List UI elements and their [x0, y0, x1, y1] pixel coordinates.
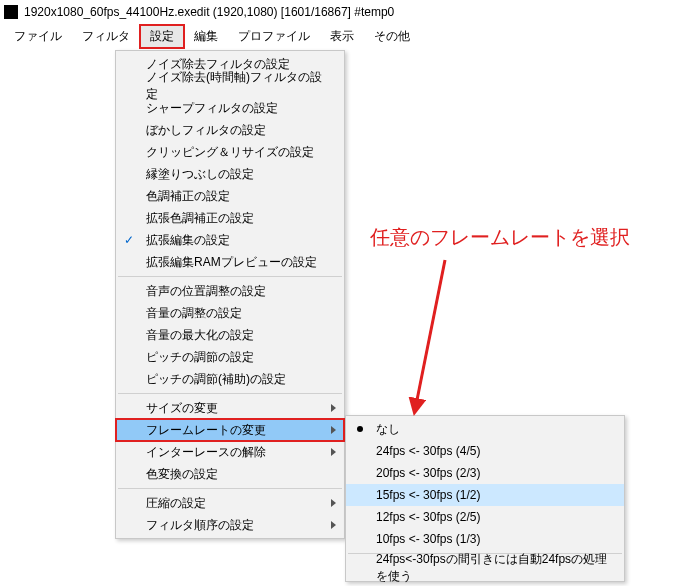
menu-view[interactable]: 表示 — [320, 25, 364, 48]
dropdown-item[interactable]: 音声の位置調整の設定 — [116, 280, 344, 302]
separator — [118, 393, 342, 394]
submenu-item[interactable]: 10fps <- 30fps (1/3) — [346, 528, 624, 550]
submenu-item-selected[interactable]: 15fps <- 30fps (1/2) — [346, 484, 624, 506]
dropdown-item[interactable]: 縁塗りつぶしの設定 — [116, 163, 344, 185]
title-text: 1920x1080_60fps_44100Hz.exedit (1920,108… — [24, 5, 394, 19]
dropdown-item[interactable]: ピッチの調節の設定 — [116, 346, 344, 368]
dropdown-item[interactable]: ピッチの調節(補助)の設定 — [116, 368, 344, 390]
title-bar: 1920x1080_60fps_44100Hz.exedit (1920,108… — [0, 0, 684, 24]
dropdown-item[interactable]: 拡張色調補正の設定 — [116, 207, 344, 229]
dropdown-item-filterorder[interactable]: フィルタ順序の設定 — [116, 514, 344, 536]
annotation-arrow — [405, 255, 455, 425]
separator — [118, 488, 342, 489]
dropdown-item[interactable]: シャープフィルタの設定 — [116, 97, 344, 119]
submenu-item-none[interactable]: なし — [346, 418, 624, 440]
annotation-text: 任意のフレームレートを選択 — [370, 224, 630, 251]
dropdown-item[interactable]: 音量の最大化の設定 — [116, 324, 344, 346]
dropdown-item-size[interactable]: サイズの変更 — [116, 397, 344, 419]
dropdown-item[interactable]: ぼかしフィルタの設定 — [116, 119, 344, 141]
menu-profile[interactable]: プロファイル — [228, 25, 320, 48]
submenu-item[interactable]: 20fps <- 30fps (2/3) — [346, 462, 624, 484]
settings-dropdown: ノイズ除去フィルタの設定 ノイズ除去(時間軸)フィルタの設定 シャープフィルタの… — [115, 50, 345, 539]
menu-filter[interactable]: フィルタ — [72, 25, 140, 48]
dropdown-item[interactable]: 拡張編集RAMプレビューの設定 — [116, 251, 344, 273]
dropdown-item-interlace[interactable]: インターレースの解除 — [116, 441, 344, 463]
dropdown-item[interactable]: ノイズ除去(時間軸)フィルタの設定 — [116, 75, 344, 97]
menu-settings[interactable]: 設定 — [140, 25, 184, 48]
dropdown-item-compress[interactable]: 圧縮の設定 — [116, 492, 344, 514]
separator — [118, 276, 342, 277]
submenu-item-auto24[interactable]: 24fps<-30fpsの間引きには自動24fpsの処理を使う — [346, 557, 624, 579]
dropdown-item[interactable]: 色変換の設定 — [116, 463, 344, 485]
menu-file[interactable]: ファイル — [4, 25, 72, 48]
app-icon — [4, 5, 18, 19]
dropdown-item[interactable]: 音量の調整の設定 — [116, 302, 344, 324]
dropdown-item-framerate[interactable]: フレームレートの変更 — [116, 419, 344, 441]
svg-line-0 — [415, 260, 445, 410]
dropdown-item[interactable]: 色調補正の設定 — [116, 185, 344, 207]
framerate-submenu: なし 24fps <- 30fps (4/5) 20fps <- 30fps (… — [345, 415, 625, 582]
submenu-item[interactable]: 24fps <- 30fps (4/5) — [346, 440, 624, 462]
menu-bar: ファイル フィルタ 設定 編集 プロファイル 表示 その他 — [0, 24, 684, 48]
menu-edit[interactable]: 編集 — [184, 25, 228, 48]
menu-other[interactable]: その他 — [364, 25, 420, 48]
submenu-item[interactable]: 12fps <- 30fps (2/5) — [346, 506, 624, 528]
dropdown-item-checked[interactable]: 拡張編集の設定 — [116, 229, 344, 251]
dropdown-item[interactable]: クリッピング＆リサイズの設定 — [116, 141, 344, 163]
